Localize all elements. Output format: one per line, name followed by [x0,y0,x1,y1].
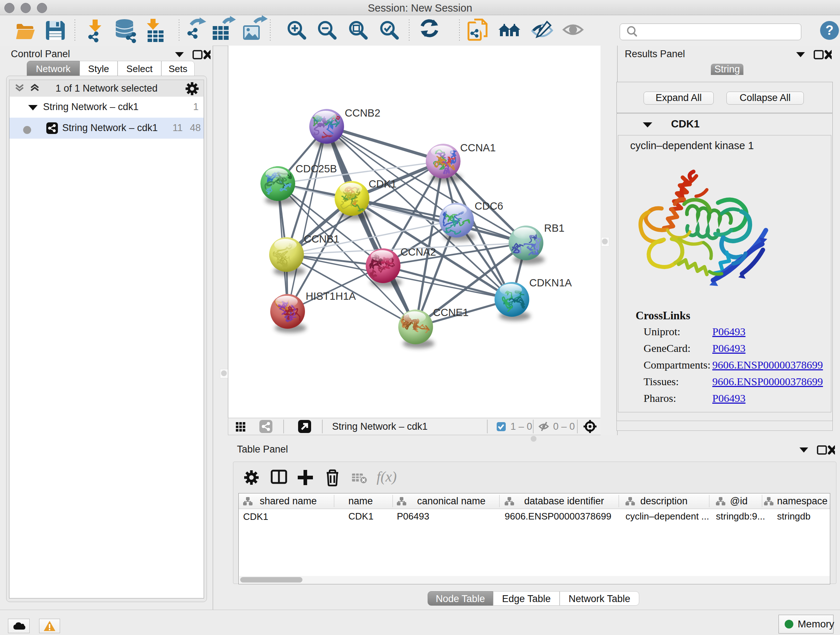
svg-text:String Network – cdk1: String Network – cdk1 [332,421,428,432]
svg-text:CDC6: CDC6 [475,200,503,212]
svg-text:CCNE1: CCNE1 [433,307,469,318]
svg-text:?: ? [826,23,834,38]
svg-text:CDKN1A: CDKN1A [529,277,572,288]
svg-text:HIST1H1A: HIST1H1A [306,290,356,302]
svg-text:CDC25B: CDC25B [295,163,337,174]
svg-text:CCNA1: CCNA1 [460,142,496,154]
svg-text:0 – 0: 0 – 0 [553,421,575,432]
svg-text:CDK1: CDK1 [369,178,396,190]
svg-text:CCNB2: CCNB2 [345,107,380,119]
svg-text:f(x): f(x) [377,469,397,485]
svg-text:CCNB1: CCNB1 [304,233,339,245]
svg-text:CCNA2: CCNA2 [401,246,436,258]
svg-text:RB1: RB1 [544,222,564,234]
svg-text:1 – 0: 1 – 0 [510,421,532,432]
